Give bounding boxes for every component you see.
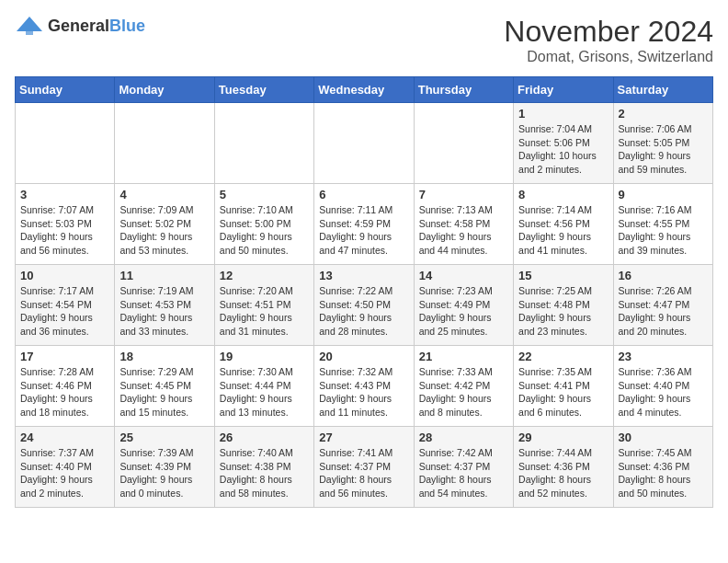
day-info: Sunrise: 7:16 AM Sunset: 4:55 PM Dayligh… (619, 203, 708, 258)
calendar-cell: 17Sunrise: 7:28 AM Sunset: 4:46 PM Dayli… (16, 346, 115, 427)
day-number: 1 (518, 107, 608, 121)
day-number: 18 (119, 350, 209, 363)
calendar-cell (115, 103, 214, 184)
day-number: 19 (220, 350, 309, 363)
calendar-cell: 27Sunrise: 7:41 AM Sunset: 4:37 PM Dayli… (314, 427, 414, 508)
day-info: Sunrise: 7:42 AM Sunset: 4:37 PM Dayligh… (419, 446, 508, 500)
day-info: Sunrise: 7:14 AM Sunset: 4:56 PM Dayligh… (518, 203, 608, 258)
day-info: Sunrise: 7:11 AM Sunset: 4:59 PM Dayligh… (319, 203, 408, 258)
logo-text-blue: Blue (109, 17, 145, 35)
calendar-cell: 28Sunrise: 7:42 AM Sunset: 4:37 PM Dayli… (414, 427, 513, 508)
header-tuesday: Tuesday (214, 77, 313, 103)
day-info: Sunrise: 7:06 AM Sunset: 5:05 PM Dayligh… (619, 122, 708, 177)
day-number: 7 (419, 188, 508, 201)
calendar-cell: 1Sunrise: 7:04 AM Sunset: 5:06 PM Daylig… (514, 103, 613, 184)
calendar-cell: 20Sunrise: 7:32 AM Sunset: 4:43 PM Dayli… (314, 346, 414, 427)
header-thursday: Thursday (414, 77, 513, 103)
calendar-cell: 30Sunrise: 7:45 AM Sunset: 4:36 PM Dayli… (613, 427, 712, 508)
day-number: 21 (419, 350, 508, 363)
calendar-cell: 23Sunrise: 7:36 AM Sunset: 4:40 PM Dayli… (613, 346, 712, 427)
day-number: 25 (119, 431, 209, 444)
day-info: Sunrise: 7:22 AM Sunset: 4:50 PM Dayligh… (319, 284, 408, 339)
day-number: 8 (518, 188, 608, 201)
day-number: 14 (419, 269, 508, 282)
calendar-cell (414, 103, 513, 184)
calendar-cell (16, 103, 115, 184)
calendar-title: November 2024 (504, 15, 713, 49)
day-info: Sunrise: 7:10 AM Sunset: 5:00 PM Dayligh… (220, 203, 309, 258)
calendar-cell: 19Sunrise: 7:30 AM Sunset: 4:44 PM Dayli… (214, 346, 313, 427)
header: GeneralBlue November 2024 Domat, Grisons… (15, 15, 713, 65)
header-sunday: Sunday (16, 77, 115, 103)
day-info: Sunrise: 7:26 AM Sunset: 4:47 PM Dayligh… (619, 284, 708, 339)
calendar-cell: 5Sunrise: 7:10 AM Sunset: 5:00 PM Daylig… (214, 184, 313, 265)
day-info: Sunrise: 7:39 AM Sunset: 4:39 PM Dayligh… (119, 446, 209, 500)
day-number: 2 (619, 107, 708, 121)
calendar-cell: 25Sunrise: 7:39 AM Sunset: 4:39 PM Dayli… (115, 427, 214, 508)
calendar-cell: 18Sunrise: 7:29 AM Sunset: 4:45 PM Dayli… (115, 346, 214, 427)
header-friday: Friday (514, 77, 613, 103)
day-info: Sunrise: 7:13 AM Sunset: 4:58 PM Dayligh… (419, 203, 508, 258)
day-info: Sunrise: 7:32 AM Sunset: 4:43 PM Dayligh… (319, 365, 408, 419)
day-info: Sunrise: 7:35 AM Sunset: 4:41 PM Dayligh… (518, 365, 608, 419)
calendar-row-3: 17Sunrise: 7:28 AM Sunset: 4:46 PM Dayli… (16, 346, 713, 427)
day-info: Sunrise: 7:36 AM Sunset: 4:40 PM Dayligh… (619, 365, 708, 419)
day-number: 26 (220, 431, 309, 444)
day-info: Sunrise: 7:20 AM Sunset: 4:51 PM Dayligh… (220, 284, 309, 339)
calendar-cell: 14Sunrise: 7:23 AM Sunset: 4:49 PM Dayli… (414, 265, 513, 346)
calendar-table: Sunday Monday Tuesday Wednesday Thursday… (15, 76, 713, 508)
day-number: 27 (319, 431, 408, 444)
day-number: 24 (20, 431, 109, 444)
day-number: 30 (619, 431, 708, 444)
calendar-header: Sunday Monday Tuesday Wednesday Thursday… (16, 77, 713, 103)
calendar-cell: 11Sunrise: 7:19 AM Sunset: 4:53 PM Dayli… (115, 265, 214, 346)
logo-text-general: General (48, 17, 109, 35)
day-info: Sunrise: 7:04 AM Sunset: 5:06 PM Dayligh… (518, 122, 608, 177)
calendar-cell: 3Sunrise: 7:07 AM Sunset: 5:03 PM Daylig… (16, 184, 115, 265)
day-info: Sunrise: 7:17 AM Sunset: 4:54 PM Dayligh… (20, 284, 109, 339)
calendar-cell: 13Sunrise: 7:22 AM Sunset: 4:50 PM Dayli… (314, 265, 414, 346)
logo: GeneralBlue (15, 15, 145, 37)
day-number: 10 (20, 269, 109, 282)
day-info: Sunrise: 7:40 AM Sunset: 4:38 PM Dayligh… (220, 446, 309, 500)
day-number: 3 (20, 188, 109, 201)
day-info: Sunrise: 7:07 AM Sunset: 5:03 PM Dayligh… (20, 203, 109, 258)
calendar-cell: 6Sunrise: 7:11 AM Sunset: 4:59 PM Daylig… (314, 184, 414, 265)
day-number: 12 (220, 269, 309, 282)
calendar-cell: 12Sunrise: 7:20 AM Sunset: 4:51 PM Dayli… (214, 265, 313, 346)
calendar-cell: 8Sunrise: 7:14 AM Sunset: 4:56 PM Daylig… (514, 184, 613, 265)
day-number: 17 (20, 350, 109, 363)
day-number: 13 (319, 269, 408, 282)
logo-icon (15, 15, 44, 37)
calendar-cell: 10Sunrise: 7:17 AM Sunset: 4:54 PM Dayli… (16, 265, 115, 346)
day-number: 9 (619, 188, 708, 201)
calendar-cell: 7Sunrise: 7:13 AM Sunset: 4:58 PM Daylig… (414, 184, 513, 265)
header-monday: Monday (115, 77, 214, 103)
calendar-row-2: 10Sunrise: 7:17 AM Sunset: 4:54 PM Dayli… (16, 265, 713, 346)
day-info: Sunrise: 7:23 AM Sunset: 4:49 PM Dayligh… (419, 284, 508, 339)
calendar-cell (214, 103, 313, 184)
day-number: 6 (319, 188, 408, 201)
day-info: Sunrise: 7:09 AM Sunset: 5:02 PM Dayligh… (119, 203, 209, 258)
day-number: 15 (518, 269, 608, 282)
day-info: Sunrise: 7:25 AM Sunset: 4:48 PM Dayligh… (518, 284, 608, 339)
calendar-cell: 4Sunrise: 7:09 AM Sunset: 5:02 PM Daylig… (115, 184, 214, 265)
day-number: 22 (518, 350, 608, 363)
day-number: 16 (619, 269, 708, 282)
calendar-cell: 24Sunrise: 7:37 AM Sunset: 4:40 PM Dayli… (16, 427, 115, 508)
day-number: 28 (419, 431, 508, 444)
day-number: 11 (119, 269, 209, 282)
day-info: Sunrise: 7:29 AM Sunset: 4:45 PM Dayligh… (119, 365, 209, 419)
title-area: November 2024 Domat, Grisons, Switzerlan… (504, 15, 713, 65)
day-info: Sunrise: 7:45 AM Sunset: 4:36 PM Dayligh… (619, 446, 708, 500)
calendar-body: 1Sunrise: 7:04 AM Sunset: 5:06 PM Daylig… (16, 103, 713, 508)
day-number: 23 (619, 350, 708, 363)
day-info: Sunrise: 7:33 AM Sunset: 4:42 PM Dayligh… (419, 365, 508, 419)
calendar-cell: 9Sunrise: 7:16 AM Sunset: 4:55 PM Daylig… (613, 184, 712, 265)
day-number: 20 (319, 350, 408, 363)
day-info: Sunrise: 7:37 AM Sunset: 4:40 PM Dayligh… (20, 446, 109, 500)
day-number: 29 (518, 431, 608, 444)
calendar-cell: 26Sunrise: 7:40 AM Sunset: 4:38 PM Dayli… (214, 427, 313, 508)
calendar-cell: 22Sunrise: 7:35 AM Sunset: 4:41 PM Dayli… (514, 346, 613, 427)
day-info: Sunrise: 7:41 AM Sunset: 4:37 PM Dayligh… (319, 446, 408, 500)
